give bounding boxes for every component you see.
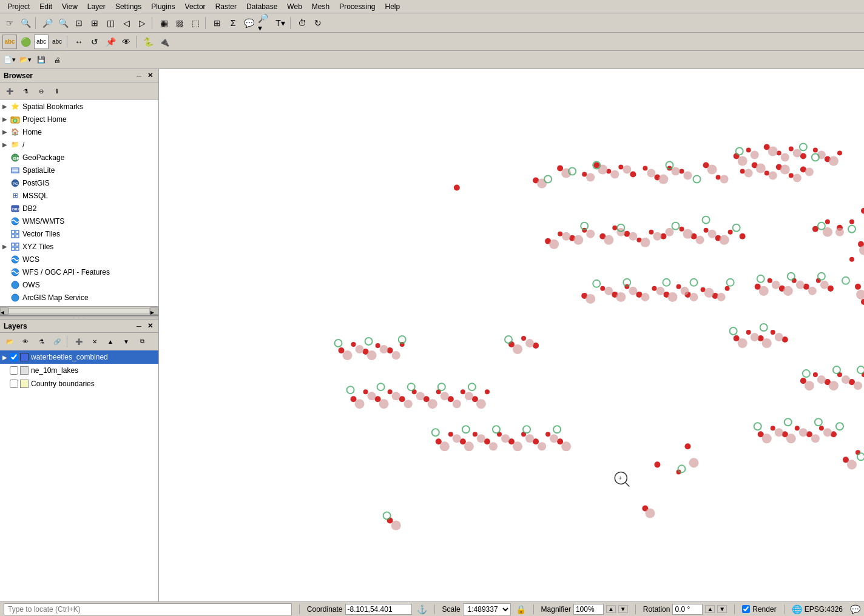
layers-close-btn[interactable]: ✕ bbox=[145, 321, 155, 331]
layer-checkbox-waterbeetles[interactable] bbox=[10, 353, 18, 361]
layers-filter-btn[interactable]: ⚗ bbox=[34, 334, 49, 349]
locate-input[interactable] bbox=[4, 603, 292, 615]
browser-properties-btn[interactable]: ℹ bbox=[50, 84, 64, 98]
layer-item-lakes[interactable]: ne_10m_lakes bbox=[0, 364, 158, 377]
scroll-right-btn[interactable]: ▸ bbox=[150, 307, 158, 315]
python-btn[interactable]: 🐍 bbox=[141, 35, 155, 49]
layers-down-btn[interactable]: ▼ bbox=[119, 334, 133, 349]
label-btn3[interactable]: abc bbox=[34, 35, 49, 49]
text-preview-btn[interactable]: T▾ bbox=[273, 16, 288, 30]
layers-duplicate-btn[interactable]: ⧉ bbox=[135, 334, 149, 349]
browser-item-root[interactable]: ▶ 📁 / bbox=[0, 138, 158, 151]
open-table-btn[interactable]: ⊞ bbox=[210, 16, 224, 30]
label-btn2[interactable]: 🟢 bbox=[18, 35, 33, 49]
pin-label-btn[interactable]: 📌 bbox=[103, 35, 118, 49]
browser-item-geopackage[interactable]: ▶ GP GeoPackage bbox=[0, 151, 158, 164]
browser-collapse-btn[interactable]: ─ bbox=[134, 71, 144, 81]
menu-database[interactable]: Database bbox=[241, 1, 282, 12]
menu-plugins[interactable]: Plugins bbox=[146, 1, 180, 12]
deselect-btn[interactable]: ▨ bbox=[172, 16, 187, 30]
menu-web[interactable]: Web bbox=[282, 1, 306, 12]
layer-checkbox-lakes[interactable] bbox=[10, 366, 18, 375]
new-project-btn[interactable]: 📄▾ bbox=[2, 53, 17, 67]
coordinate-input[interactable] bbox=[345, 604, 412, 615]
zoom-in-btn[interactable]: 🔎 bbox=[40, 16, 55, 30]
browser-item-xyz[interactable]: ▶ XYZ Tiles bbox=[0, 240, 158, 253]
zoom-layer-btn[interactable]: ◫ bbox=[103, 16, 118, 30]
rotation-input[interactable] bbox=[672, 604, 703, 615]
menu-settings[interactable]: Settings bbox=[110, 1, 146, 12]
layers-visibility-btn[interactable]: 👁 bbox=[18, 334, 33, 349]
menu-vector[interactable]: Vector bbox=[180, 1, 211, 12]
browser-filter-btn[interactable]: ⚗ bbox=[18, 84, 33, 98]
plugin-btn[interactable]: 🔌 bbox=[157, 35, 171, 49]
browser-hscroll[interactable] bbox=[8, 308, 150, 314]
browser-item-wms[interactable]: ▶ WMS/WMTS bbox=[0, 215, 158, 227]
browser-item-spatialite[interactable]: ▶ SpatiaLite bbox=[0, 164, 158, 176]
layer-item-countries[interactable]: Country boundaries bbox=[0, 377, 158, 390]
map-tips-btn[interactable]: 💬 bbox=[241, 16, 256, 30]
layers-open-btn[interactable]: 📂 bbox=[2, 334, 17, 349]
layer-checkbox-countries[interactable] bbox=[10, 380, 18, 388]
layer-item-waterbeetles[interactable]: ▶ waterbeetles_combined bbox=[0, 350, 158, 364]
layers-collapse-btn[interactable]: ─ bbox=[134, 321, 144, 331]
browser-item-bookmarks[interactable]: ▶ ⭐ Spatial Bookmarks bbox=[0, 100, 158, 113]
browser-item-home[interactable]: ▶ 🏠 Home bbox=[0, 126, 158, 138]
magnifier-spinner-down[interactable]: ▼ bbox=[618, 605, 628, 613]
epsg-display[interactable]: 🌐 EPSG:4326 bbox=[792, 604, 843, 614]
browser-item-project-home[interactable]: ▶ Project Home bbox=[0, 113, 158, 126]
browser-item-wcs[interactable]: ▶ WCS bbox=[0, 253, 158, 266]
status-messages-btn[interactable]: 💬 bbox=[850, 604, 860, 614]
open-project-btn[interactable]: 📂▾ bbox=[18, 53, 33, 67]
browser-close-btn[interactable]: ✕ bbox=[145, 71, 155, 81]
magnifier-spinner-up[interactable]: ▲ bbox=[606, 605, 616, 613]
menu-project[interactable]: Project bbox=[2, 1, 35, 12]
browser-collapse-all-btn[interactable]: ⊖ bbox=[34, 84, 49, 98]
layers-remove-btn[interactable]: ✕ bbox=[87, 334, 102, 349]
zoom-selection-btn[interactable]: ⊞ bbox=[87, 16, 102, 30]
menu-mesh[interactable]: Mesh bbox=[307, 1, 334, 12]
browser-item-arcgis[interactable]: ▶ ArcGIS Map Service bbox=[0, 291, 158, 304]
magnifier-input[interactable] bbox=[573, 604, 604, 615]
identify-tool[interactable]: 🔍 bbox=[18, 16, 33, 30]
menu-processing[interactable]: Processing bbox=[334, 1, 380, 12]
layers-list[interactable]: ▶ waterbeetles_combined ne_10m_lakes bbox=[0, 350, 158, 601]
show-hide-label-btn[interactable]: 👁 bbox=[119, 35, 133, 49]
browser-item-mssql[interactable]: ▶ ⊞ MSSQL bbox=[0, 189, 158, 202]
scale-select[interactable]: 1:489337 bbox=[463, 603, 511, 615]
zoom-full-btn[interactable]: ⊡ bbox=[72, 16, 86, 30]
move-label-btn[interactable]: ↔ bbox=[72, 35, 86, 49]
statistics-btn[interactable]: Σ bbox=[226, 16, 240, 30]
rotate-label-btn[interactable]: ↺ bbox=[87, 35, 102, 49]
clock-btn[interactable]: ⏱ bbox=[295, 16, 309, 30]
browser-item-db2[interactable]: ▶ DB2 DB2 bbox=[0, 202, 158, 215]
layers-up-btn[interactable]: ▲ bbox=[103, 334, 118, 349]
browser-add-btn[interactable]: ➕ bbox=[2, 84, 17, 98]
zoom-next-btn[interactable]: ▷ bbox=[135, 16, 149, 30]
menu-help[interactable]: Help bbox=[380, 1, 405, 12]
zoom-out-btn[interactable]: 🔍 bbox=[56, 16, 70, 30]
menu-view[interactable]: View bbox=[57, 1, 83, 12]
browser-item-ows[interactable]: ▶ OWS bbox=[0, 278, 158, 291]
refresh-btn[interactable]: ↻ bbox=[311, 16, 325, 30]
browser-item-postgis[interactable]: ▶ PG PostGIS bbox=[0, 176, 158, 189]
rotation-spinner-down[interactable]: ▼ bbox=[717, 605, 727, 613]
menu-layer[interactable]: Layer bbox=[83, 1, 110, 12]
zoom-last-btn[interactable]: ◁ bbox=[119, 16, 133, 30]
print-btn[interactable]: 🖨 bbox=[50, 53, 64, 67]
browser-list[interactable]: ▶ ⭐ Spatial Bookmarks ▶ Project Home ▶ 🏠 bbox=[0, 100, 158, 306]
rotation-spinner-up[interactable]: ▲ bbox=[705, 605, 715, 613]
map-area[interactable]: + bbox=[159, 69, 864, 601]
label-btn1[interactable]: abc bbox=[2, 35, 17, 49]
save-project-btn[interactable]: 💾 bbox=[34, 53, 49, 67]
render-checkbox[interactable] bbox=[742, 605, 750, 613]
browser-item-wfs[interactable]: ▶ WFS / OGC API - Features bbox=[0, 266, 158, 278]
layers-add-btn[interactable]: ➕ bbox=[72, 334, 86, 349]
label-btn4[interactable]: abc bbox=[50, 35, 64, 49]
scroll-left-btn[interactable]: ◂ bbox=[0, 307, 8, 315]
pan-tool[interactable]: ☞ bbox=[2, 16, 17, 30]
select-location-btn[interactable]: ⬚ bbox=[188, 16, 203, 30]
layers-link-btn[interactable]: 🔗 bbox=[50, 334, 64, 349]
render-toggle[interactable]: Render bbox=[742, 605, 776, 614]
select-btn[interactable]: ▦ bbox=[157, 16, 171, 30]
